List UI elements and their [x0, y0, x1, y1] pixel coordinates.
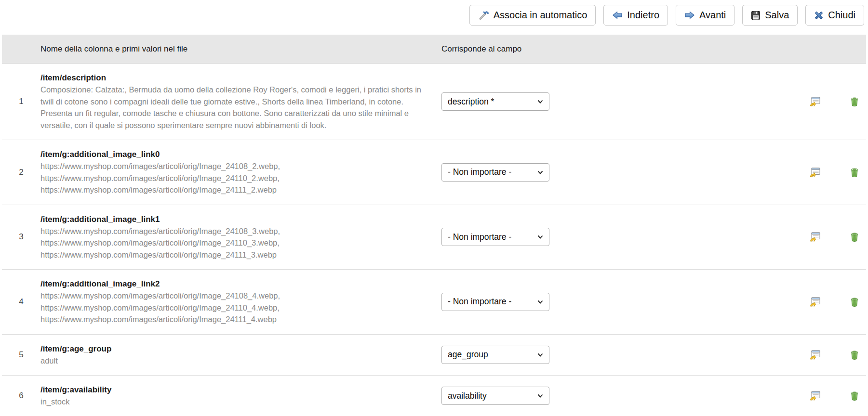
chevron-down-icon [537, 100, 543, 104]
close-button[interactable]: Chiudi [805, 5, 864, 26]
delete-mapping-icon[interactable] [850, 96, 859, 107]
field-mapping-select[interactable]: - Non importare - [441, 163, 549, 182]
table-row: 1 /item/description Composizione: Calzat… [2, 64, 866, 140]
forward-button[interactable]: Avanti [676, 5, 734, 26]
header-mapping-field: Corrisponde al campo [441, 44, 807, 54]
save-label: Salva [765, 10, 789, 21]
row-number: 3 [2, 232, 40, 242]
column-settings-icon[interactable] [809, 297, 821, 307]
back-button[interactable]: Indietro [603, 5, 668, 26]
forward-label: Avanti [699, 10, 726, 21]
delete-mapping-icon[interactable] [850, 167, 859, 178]
row-number: 1 [2, 97, 40, 106]
arrow-right-icon [684, 11, 695, 19]
delete-mapping-icon[interactable] [850, 232, 859, 242]
row-number: 6 [2, 391, 40, 401]
close-icon [814, 11, 824, 20]
table-row: 2 /item/g:additional_image_link0 https:/… [2, 140, 866, 205]
auto-associate-button[interactable]: Associa in automatico [469, 5, 596, 26]
row-number: 5 [2, 350, 40, 360]
chevron-down-icon [537, 300, 543, 304]
column-sample-values: in_stock [40, 396, 425, 408]
selected-field-label: - Non importare - [448, 297, 511, 307]
table-row: 4 /item/g:additional_image_link2 https:/… [2, 270, 866, 335]
row-number: 4 [2, 297, 40, 307]
column-sample-values: Composizione: Calzata:, Bermuda da uomo … [40, 84, 425, 131]
table-row: 5 /item/g:age_group adult age_group [2, 335, 866, 376]
column-name: /item/g:availability [40, 384, 427, 396]
header-column-name: Nome della colonna e primi valori nel fi… [40, 44, 441, 54]
column-sample-values: https://www.myshop.com/images/articoli/o… [40, 225, 425, 261]
column-name: /item/description [40, 72, 427, 84]
column-settings-icon[interactable] [809, 232, 821, 242]
column-settings-icon[interactable] [809, 350, 821, 360]
magic-wand-icon [478, 10, 489, 21]
table-header-row: Nome della colonna e primi valori nel fi… [2, 35, 866, 64]
table-row: 3 /item/g:additional_image_link1 https:/… [2, 205, 866, 270]
close-label: Chiudi [828, 10, 855, 21]
field-mapping-select[interactable]: - Non importare - [441, 293, 549, 311]
column-sample-values: https://www.myshop.com/images/articoli/o… [40, 160, 425, 196]
save-icon [751, 11, 761, 20]
delete-mapping-icon[interactable] [850, 297, 859, 307]
selected-field-label: availability [448, 391, 487, 401]
chevron-down-icon [537, 235, 543, 239]
field-mapping-select[interactable]: description * [441, 92, 549, 111]
column-settings-icon[interactable] [809, 167, 821, 178]
auto-associate-label: Associa in automatico [494, 10, 588, 21]
field-mapping-select[interactable]: availability [441, 387, 549, 405]
selected-field-label: - Non importare - [448, 167, 511, 177]
column-sample-values: adult [40, 355, 425, 367]
column-name: /item/g:additional_image_link2 [40, 278, 427, 290]
arrow-left-icon [612, 11, 623, 19]
selected-field-label: description * [448, 97, 494, 107]
chevron-down-icon [537, 394, 543, 398]
toolbar: Associa in automatico Indietro Avanti [0, 0, 868, 32]
table-row: 6 /item/g:availability in_stock availabi… [2, 376, 866, 416]
column-settings-icon[interactable] [809, 96, 821, 107]
back-label: Indietro [627, 10, 659, 21]
column-mapping-table: Nome della colonna e primi valori nel fi… [2, 35, 866, 416]
row-number: 2 [2, 168, 40, 177]
selected-field-label: - Non importare - [448, 232, 511, 242]
delete-mapping-icon[interactable] [850, 390, 859, 401]
chevron-down-icon [537, 353, 543, 357]
field-mapping-select[interactable]: - Non importare - [441, 228, 549, 246]
column-settings-icon[interactable] [809, 390, 821, 401]
column-name: /item/g:additional_image_link0 [40, 149, 427, 160]
delete-mapping-icon[interactable] [850, 350, 859, 360]
column-name: /item/g:age_group [40, 343, 427, 355]
column-name: /item/g:additional_image_link1 [40, 214, 427, 225]
field-mapping-select[interactable]: age_group [441, 346, 549, 364]
save-button[interactable]: Salva [742, 5, 798, 26]
selected-field-label: age_group [448, 350, 488, 360]
column-sample-values: https://www.myshop.com/images/articoli/o… [40, 290, 425, 325]
chevron-down-icon [537, 170, 543, 174]
